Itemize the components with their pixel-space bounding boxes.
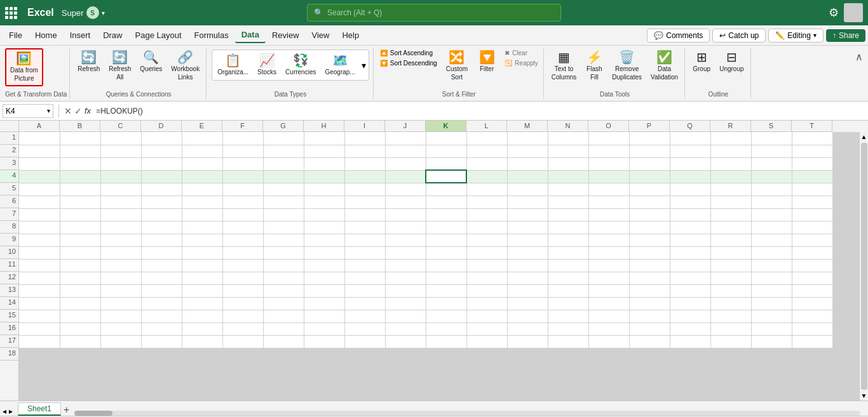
cell[interactable] bbox=[466, 132, 507, 145]
cell[interactable] bbox=[466, 284, 507, 297]
cell[interactable] bbox=[60, 246, 100, 259]
row-4-header[interactable]: 4 bbox=[0, 170, 18, 183]
cell[interactable] bbox=[60, 221, 100, 234]
cell[interactable] bbox=[60, 234, 100, 246]
cell[interactable] bbox=[751, 221, 792, 234]
cell[interactable] bbox=[792, 259, 832, 272]
sort-descending-button[interactable]: 🔽 Sort Descending bbox=[377, 58, 440, 68]
catchup-button[interactable]: ↩ Catch up bbox=[712, 29, 766, 43]
cell[interactable] bbox=[670, 310, 710, 322]
row-1-header[interactable]: 1 bbox=[0, 132, 18, 145]
cell[interactable] bbox=[304, 335, 344, 348]
cell[interactable] bbox=[670, 234, 710, 246]
cell[interactable] bbox=[466, 170, 507, 183]
col-header-A[interactable]: A bbox=[19, 121, 60, 132]
scroll-down-icon[interactable]: ▼ bbox=[860, 391, 868, 400]
cell[interactable] bbox=[629, 335, 670, 348]
flash-fill-button[interactable]: ⚡ FlashFill bbox=[581, 48, 607, 84]
cell[interactable] bbox=[426, 234, 466, 246]
cell[interactable] bbox=[507, 234, 548, 246]
cell[interactable] bbox=[792, 221, 832, 234]
cell[interactable] bbox=[751, 322, 792, 335]
cell[interactable] bbox=[385, 208, 426, 221]
cell[interactable] bbox=[19, 234, 60, 246]
cell[interactable] bbox=[710, 310, 751, 322]
cell[interactable] bbox=[263, 183, 304, 195]
cell[interactable] bbox=[588, 221, 629, 234]
cell[interactable] bbox=[426, 208, 466, 221]
cell[interactable] bbox=[670, 132, 710, 145]
editing-button[interactable]: ✏️ Editing ▾ bbox=[768, 29, 824, 43]
col-header-H[interactable]: H bbox=[304, 121, 344, 132]
cell[interactable] bbox=[548, 221, 588, 234]
cell[interactable] bbox=[792, 145, 832, 157]
cell[interactable] bbox=[710, 221, 751, 234]
cell[interactable] bbox=[141, 195, 182, 208]
cell[interactable] bbox=[670, 157, 710, 170]
cell[interactable] bbox=[629, 221, 670, 234]
row-3-header[interactable]: 3 bbox=[0, 157, 18, 170]
cell[interactable] bbox=[629, 234, 670, 246]
confirm-formula-button[interactable]: ✓ bbox=[74, 106, 82, 116]
cell[interactable] bbox=[344, 145, 385, 157]
cell[interactable] bbox=[426, 322, 466, 335]
cell[interactable] bbox=[100, 246, 141, 259]
cell[interactable] bbox=[751, 246, 792, 259]
cell[interactable] bbox=[141, 221, 182, 234]
cell[interactable] bbox=[466, 234, 507, 246]
cell[interactable] bbox=[100, 322, 141, 335]
reapply-button[interactable]: 🔁 Reapply bbox=[502, 58, 541, 68]
search-box[interactable]: 🔍 Search (Alt + Q) bbox=[307, 4, 561, 22]
text-to-columns-button[interactable]: ▦ Text toColumns bbox=[548, 48, 580, 84]
cell[interactable] bbox=[629, 132, 670, 145]
cell[interactable] bbox=[182, 208, 222, 221]
sort-ascending-button[interactable]: 🔼 Sort Ascending bbox=[377, 48, 440, 58]
col-header-L[interactable]: L bbox=[466, 121, 507, 132]
active-cell-K4[interactable] bbox=[426, 170, 466, 183]
cell[interactable] bbox=[344, 322, 385, 335]
remove-duplicates-button[interactable]: 🗑️ RemoveDuplicates bbox=[608, 48, 646, 84]
cell[interactable] bbox=[385, 335, 426, 348]
row-11-header[interactable]: 11 bbox=[0, 259, 18, 272]
scroll-up-icon[interactable]: ▲ bbox=[860, 132, 868, 142]
cell[interactable] bbox=[19, 132, 60, 145]
col-header-M[interactable]: M bbox=[507, 121, 548, 132]
cell[interactable] bbox=[222, 259, 263, 272]
cell[interactable] bbox=[751, 195, 792, 208]
cell[interactable] bbox=[670, 297, 710, 310]
cell[interactable] bbox=[751, 132, 792, 145]
cell[interactable] bbox=[222, 335, 263, 348]
account-chevron-icon[interactable]: ▾ bbox=[102, 10, 105, 17]
cell[interactable] bbox=[426, 132, 466, 145]
share-button[interactable]: ↑ Share bbox=[826, 29, 865, 42]
cell[interactable] bbox=[385, 246, 426, 259]
cell[interactable] bbox=[222, 297, 263, 310]
cell[interactable] bbox=[426, 284, 466, 297]
cell[interactable] bbox=[507, 259, 548, 272]
cell[interactable] bbox=[507, 297, 548, 310]
cell[interactable] bbox=[751, 157, 792, 170]
cell[interactable] bbox=[304, 234, 344, 246]
cell[interactable] bbox=[182, 310, 222, 322]
cell[interactable] bbox=[507, 310, 548, 322]
col-header-O[interactable]: O bbox=[588, 121, 629, 132]
col-header-R[interactable]: R bbox=[710, 121, 751, 132]
account-icon[interactable]: S bbox=[86, 6, 99, 19]
cell[interactable] bbox=[548, 234, 588, 246]
cell[interactable] bbox=[263, 145, 304, 157]
cell[interactable] bbox=[792, 297, 832, 310]
cell[interactable] bbox=[710, 246, 751, 259]
cell[interactable] bbox=[304, 208, 344, 221]
cell[interactable] bbox=[304, 145, 344, 157]
cell[interactable] bbox=[222, 183, 263, 195]
cell[interactable] bbox=[304, 322, 344, 335]
cell[interactable] bbox=[263, 208, 304, 221]
cell[interactable] bbox=[507, 208, 548, 221]
cell[interactable] bbox=[426, 246, 466, 259]
cell[interactable] bbox=[60, 170, 100, 183]
cell[interactable] bbox=[141, 310, 182, 322]
ungroup-button[interactable]: ⊟ Ungroup bbox=[715, 48, 747, 76]
cell[interactable] bbox=[385, 221, 426, 234]
row-14-header[interactable]: 14 bbox=[0, 297, 18, 310]
cell[interactable] bbox=[141, 335, 182, 348]
